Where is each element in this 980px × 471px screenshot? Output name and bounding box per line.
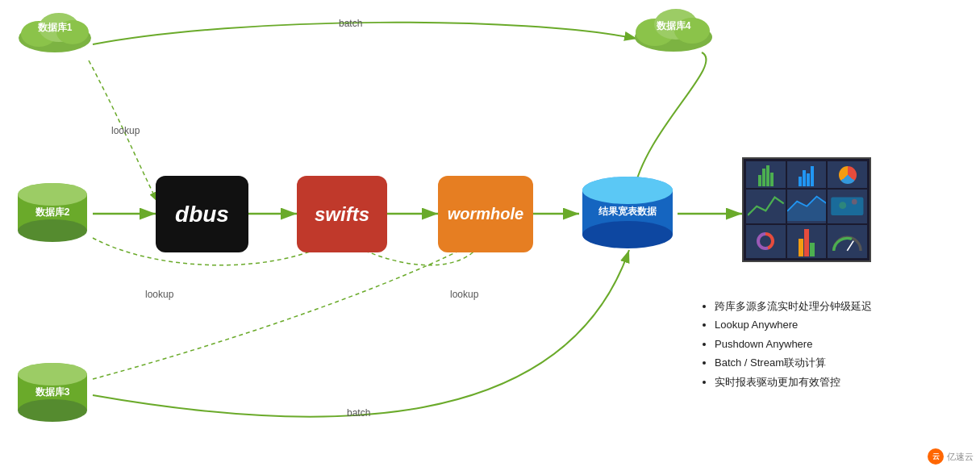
db1-label: 数据库1 bbox=[15, 21, 95, 35]
lookup-bottom-label: lookup bbox=[450, 289, 478, 300]
batch-top-label: batch bbox=[339, 18, 362, 29]
svg-text:结果宽表数据: 结果宽表数据 bbox=[598, 206, 657, 217]
svg-marker-30 bbox=[787, 197, 827, 221]
svg-rect-31 bbox=[832, 198, 864, 215]
svg-point-27 bbox=[582, 221, 673, 248]
bullet-list: 跨库多源多流实时处理分钟级延迟 Lookup Anywhere Pushdown… bbox=[702, 297, 872, 391]
db2-cylinder: 数据库2 bbox=[15, 181, 91, 246]
result-db: 结果宽表数据 bbox=[579, 176, 676, 252]
db2-svg: 数据库2 bbox=[15, 181, 91, 246]
svg-text:数据库2: 数据库2 bbox=[35, 206, 70, 218]
db3-cylinder: 数据库3 bbox=[15, 361, 91, 426]
watermark-text: 亿速云 bbox=[947, 451, 974, 463]
svg-point-28 bbox=[582, 177, 673, 204]
bullet-item-2: Lookup Anywhere bbox=[715, 315, 872, 334]
bullet-item-4: Batch / Stream联动计算 bbox=[715, 353, 872, 372]
swifts-box: swifts bbox=[297, 176, 387, 252]
batch-bottom-label: batch bbox=[347, 407, 370, 419]
dash-map bbox=[828, 190, 867, 223]
dash-bar-chart-2 bbox=[787, 161, 827, 188]
svg-point-33 bbox=[852, 199, 857, 205]
dash-gauge bbox=[828, 225, 867, 259]
db3-svg: 数据库3 bbox=[15, 361, 91, 426]
dbus-box: dbus bbox=[156, 176, 248, 252]
db4-label: 数据库4 bbox=[629, 19, 718, 33]
svg-point-32 bbox=[840, 202, 847, 209]
dash-bar-chart-3 bbox=[787, 225, 827, 259]
wormhole-box: wormhole bbox=[438, 176, 533, 252]
db1-cloud: 数据库1 bbox=[15, 10, 95, 57]
dbus-label: dbus bbox=[175, 202, 229, 227]
dash-line-chart bbox=[746, 190, 786, 223]
svg-line-34 bbox=[848, 240, 854, 250]
lookup-mid-label: lookup bbox=[145, 289, 173, 300]
diagram-container: 数据库1 数据库2 数据库3 数据库4 dbus bbox=[0, 0, 980, 471]
dash-donut-chart bbox=[746, 225, 786, 259]
dash-pie-chart-1 bbox=[828, 161, 867, 188]
bullet-item-5: 实时报表驱动更加有效管控 bbox=[715, 373, 872, 391]
dash-area-chart bbox=[787, 190, 827, 223]
svg-point-18 bbox=[18, 399, 87, 422]
dash-bar-chart-1 bbox=[746, 161, 786, 188]
svg-text:数据库3: 数据库3 bbox=[35, 386, 70, 398]
db4-cloud: 数据库4 bbox=[629, 6, 718, 56]
lookup-top-label: lookup bbox=[111, 125, 140, 136]
watermark-icon: 云 bbox=[928, 448, 944, 465]
bullet-item-3: Pushdown Anywhere bbox=[715, 335, 872, 353]
swifts-label: swifts bbox=[315, 203, 369, 226]
watermark: 云 亿速云 bbox=[928, 448, 974, 465]
dashboard-widget bbox=[742, 157, 871, 262]
svg-point-19 bbox=[18, 363, 87, 386]
wormhole-label: wormhole bbox=[448, 205, 523, 223]
result-db-svg: 结果宽表数据 bbox=[579, 176, 676, 252]
bullet-item-1: 跨库多源多流实时处理分钟级延迟 bbox=[715, 297, 872, 315]
svg-point-13 bbox=[18, 219, 87, 242]
svg-point-14 bbox=[18, 183, 87, 206]
